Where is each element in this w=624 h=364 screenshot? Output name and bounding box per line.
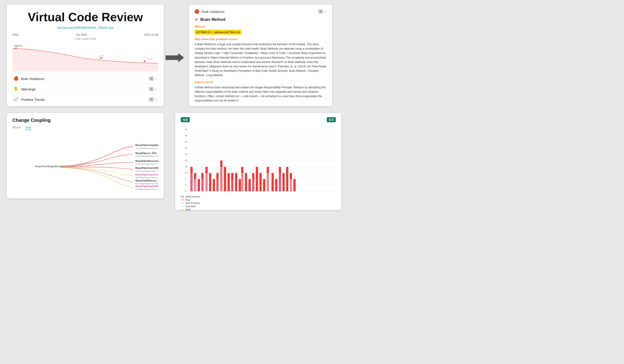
- legend-bug-color: [181, 200, 184, 200]
- svg-rect-56: [209, 173, 211, 191]
- barchart-scores: 9.6 9.5: [181, 118, 336, 122]
- svg-text:20: 20: [185, 159, 187, 161]
- svg-rect-78: [256, 167, 258, 191]
- where-value: Utf8Util::advanceIfValid: [195, 30, 242, 35]
- barchart-area: 0 4 8 12 16 20 24 28 32 36 40: [181, 124, 336, 193]
- positive-trends-label: Positive Trends: [21, 98, 149, 102]
- svg-rect-52: [201, 179, 204, 191]
- axis-mid: Oct 2020: [76, 33, 87, 36]
- svg-text:4: 4: [185, 184, 186, 186]
- legend-new-feature: New Feature: [181, 202, 336, 204]
- svg-rect-50: [198, 179, 200, 191]
- score-left: 9.6: [181, 118, 190, 122]
- svg-text:ReactFiberCompleteWork.js: 49%: ReactFiberCompleteWork.js: 49%: [135, 144, 158, 147]
- section-rule-violations[interactable]: 🍎 Rule Violations 4 ∨: [12, 73, 158, 84]
- svg-rect-68: [235, 173, 237, 191]
- svg-text:12: 12: [185, 171, 187, 174]
- warnings-chevron: ∨: [155, 87, 157, 91]
- svg-marker-7: [166, 53, 184, 62]
- rule-violations-badge: 4: [149, 77, 154, 81]
- rule-panel-chevron: ∧: [324, 10, 327, 13]
- vcr-filepath: bde/groups/bdl/bdlde/bdlde_utf8util.cpp: [12, 26, 158, 29]
- svg-rect-82: [267, 173, 269, 191]
- svg-text:3.26: 3.26: [99, 55, 104, 57]
- rule-violations-icon: 🍎: [13, 76, 19, 81]
- svg-text:8: 8: [185, 177, 186, 180]
- vcr-axis: 2019 Oct 2020 2020-11-30: [12, 33, 158, 36]
- svg-text:ReactFiberBeginWork.js: ReactFiberBeginWork.js: [35, 165, 62, 168]
- section-warnings[interactable]: ✋ Warnings 6 ∨: [12, 84, 158, 94]
- svg-text:Oct: Oct: [286, 193, 290, 193]
- rule-violations-label: Rule Violations: [21, 77, 149, 81]
- svg-text:ReactFiberCommitWork.js: 29%: ReactFiberCommitWork.js: 29%: [135, 167, 158, 169]
- svg-rect-64: [228, 173, 230, 191]
- svg-text:ReactFiberClassComponent.js: 2: ReactFiberClassComponent.js: 23%: [135, 174, 158, 176]
- svg-rect-88: [283, 173, 285, 191]
- positive-trends-chevron: ∨: [155, 98, 157, 101]
- axis-left: 2019: [12, 33, 19, 36]
- how-text: A Brain Method lacks modularity and viol…: [195, 85, 327, 103]
- svg-text:16: 16: [185, 165, 187, 168]
- legend-subtask-color: [181, 206, 184, 207]
- coupling-title: Change Coupling: [12, 118, 158, 123]
- svg-rect-49: [194, 179, 196, 191]
- svg-rect-69: [239, 179, 241, 191]
- brain-method-label: Brain Method: [200, 17, 226, 22]
- svg-text:6.38: 6.38: [14, 45, 18, 48]
- svg-point-5: [144, 60, 146, 62]
- warnings-label: Warnings: [21, 87, 149, 91]
- svg-text:Apr: Apr: [255, 193, 259, 193]
- rule-violations-panel: 🍎 Rule Violations 4 ∧ ✕ Brain Method Whe…: [189, 5, 332, 106]
- svg-text:32: 32: [185, 140, 187, 143]
- where-heading: Where?: [195, 25, 327, 28]
- svg-text:Oct: Oct: [235, 193, 238, 193]
- coupling-panel: Change Coupling Month Year ReactFiberBeg…: [7, 113, 164, 198]
- svg-rect-87: [279, 173, 281, 191]
- score-right-badge: 9.5: [327, 117, 336, 122]
- svg-rect-93: [293, 179, 296, 191]
- legend-new-feature-color: [181, 203, 184, 204]
- positive-trends-badge: 1: [149, 97, 154, 102]
- brain-method-title: ✕ Brain Method: [195, 17, 327, 22]
- vcr-sections: 🍎 Rule Violations 4 ∨ ✋ Warnings 6 ∨ 📈 P…: [12, 73, 158, 104]
- svg-text:ReactFiber.js: 37%: ReactFiber.js: 37%: [135, 152, 156, 155]
- barchart-panel: 9.6 9.5 0 4 8 12 16 20 24 28 32 36 40: [175, 113, 341, 210]
- rule-violations-chevron: ∨: [155, 77, 157, 80]
- legend-improvement: Improvement: [181, 195, 336, 198]
- tab-year[interactable]: Year: [25, 126, 31, 130]
- legend-improvement-color: [181, 196, 184, 197]
- legend-task-label: Task: [185, 208, 191, 211]
- svg-rect-66: [231, 179, 233, 191]
- legend-improvement-label: Improvement: [185, 195, 200, 198]
- svg-rect-55: [206, 173, 208, 191]
- svg-text:ReactFiberUnwindWork.js: 22%: ReactFiberUnwindWork.js: 22%: [135, 185, 158, 187]
- legend-task: Task: [181, 208, 336, 211]
- warnings-icon: ✋: [13, 86, 19, 92]
- coupling-tabs: Month Year: [12, 126, 158, 130]
- svg-text:react/packages/react-reconcile: react/packages/react-reconciler/src: [135, 177, 158, 179]
- svg-text:react/packages/react-reconcile: react/packages/react-reconciler/src: [135, 147, 158, 150]
- section-positive-trends[interactable]: 📈 Positive Trends 1 ∨: [12, 94, 158, 104]
- svg-rect-57: [213, 179, 215, 191]
- tab-month[interactable]: Month: [12, 126, 21, 130]
- legend-bug: Bug: [181, 198, 336, 201]
- svg-point-3: [100, 57, 102, 59]
- svg-text:28: 28: [185, 147, 187, 149]
- svg-text:0: 0: [185, 190, 186, 192]
- vcr-title: Virtual Code Review: [12, 10, 158, 24]
- svg-rect-79: [260, 173, 262, 191]
- svg-text:react/packages/react-reconcile: react/packages/react-reconciler/src: [135, 188, 158, 190]
- svg-text:2020: 2020: [240, 193, 245, 193]
- svg-rect-72: [241, 173, 243, 191]
- svg-text:Jul: Jul: [272, 193, 275, 193]
- coupling-chart: ReactFiberBeginWork.js ReactFiberComplet…: [12, 134, 158, 196]
- svg-text:36: 36: [185, 134, 187, 137]
- how-heading: How to fix it?: [195, 80, 327, 84]
- svg-text:Jul: Jul: [220, 193, 223, 193]
- svg-rect-63: [224, 167, 226, 191]
- svg-rect-47: [190, 173, 193, 191]
- rule-panel-title: Rule Violations: [202, 10, 318, 14]
- x-icon: ✕: [195, 17, 198, 22]
- legend-bug-label: Bug: [185, 198, 190, 201]
- why-text: A Brain Method is a large and complex fu…: [195, 42, 327, 78]
